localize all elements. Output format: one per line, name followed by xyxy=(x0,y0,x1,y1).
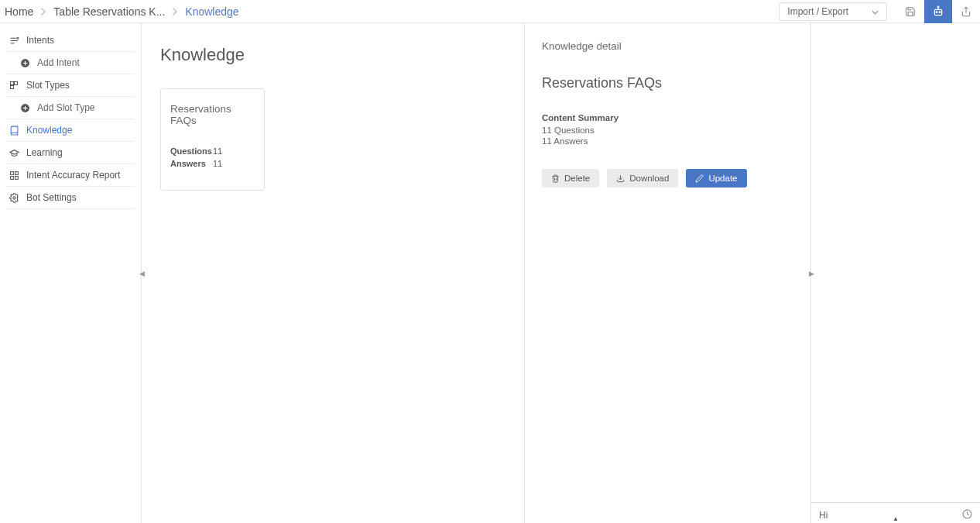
chat-test-pane: ▲ xyxy=(811,23,980,523)
svg-point-2 xyxy=(939,11,941,12)
sidebar-item-label: Add Slot Type xyxy=(37,102,95,113)
svg-point-1 xyxy=(936,11,937,12)
gear-icon xyxy=(9,193,22,203)
svg-rect-21 xyxy=(15,176,19,179)
svg-rect-14 xyxy=(15,82,18,85)
import-export-label: Import / Export xyxy=(787,6,848,17)
svg-rect-15 xyxy=(11,86,14,89)
sidebar-item-label: Knowledge xyxy=(26,125,72,136)
report-icon xyxy=(9,170,22,181)
chevron-right-icon xyxy=(172,8,178,15)
update-button-label: Update xyxy=(708,174,737,183)
slot-types-icon xyxy=(9,81,22,90)
sidebar-item-label: Intent Accuracy Report xyxy=(26,170,120,181)
breadcrumb-current: Knowledge xyxy=(185,5,238,18)
detail-subtitle: Knowledge detail xyxy=(542,40,793,52)
svg-point-4 xyxy=(937,6,939,8)
download-icon xyxy=(616,174,625,183)
svg-rect-22 xyxy=(11,176,14,179)
history-icon-button[interactable] xyxy=(962,509,972,521)
breadcrumb-project[interactable]: Table Reservations K... xyxy=(53,5,165,18)
chat-messages-area xyxy=(811,23,980,502)
breadcrumb-home[interactable]: Home xyxy=(5,5,33,18)
sidebar-item-label: Intents xyxy=(26,35,54,46)
import-export-dropdown[interactable]: Import / Export xyxy=(779,2,887,21)
knowledge-detail-pane: Knowledge detail Reservations FAQs Conte… xyxy=(525,23,811,523)
robot-icon xyxy=(932,5,944,18)
svg-point-23 xyxy=(13,196,15,198)
card-answers-label: Answers xyxy=(170,159,213,168)
sidebar-item-intents[interactable]: Intents xyxy=(6,29,135,52)
sidebar-item-add-intent[interactable]: Add Intent xyxy=(6,52,135,74)
knowledge-card-title: Reservations FAQs xyxy=(170,103,255,126)
download-button-label: Download xyxy=(629,174,669,183)
sidebar-item-knowledge[interactable]: Knowledge xyxy=(6,119,135,142)
sidebar-item-slot-types[interactable]: Slot Types xyxy=(6,74,135,97)
share-icon xyxy=(961,6,971,17)
sidebar: Intents Add Intent Slot Types Add Slot T… xyxy=(0,23,142,523)
delete-button-label: Delete xyxy=(564,174,590,183)
page-title: Knowledge xyxy=(160,45,505,65)
svg-point-9 xyxy=(17,37,19,39)
download-button[interactable]: Download xyxy=(607,169,678,188)
sidebar-item-intent-accuracy[interactable]: Intent Accuracy Report xyxy=(6,164,135,187)
svg-rect-20 xyxy=(15,171,19,174)
plus-circle-icon xyxy=(20,103,33,113)
trash-icon xyxy=(551,174,560,183)
plus-circle-icon xyxy=(20,58,33,68)
svg-rect-19 xyxy=(11,171,14,174)
sidebar-item-label: Learning xyxy=(26,147,63,158)
breadcrumb: Home Table Reservations K... Knowledge xyxy=(5,5,239,18)
detail-title: Reservations FAQs xyxy=(542,75,793,91)
sidebar-item-label: Add Intent xyxy=(37,57,80,68)
knowledge-card[interactable]: Reservations FAQs Questions 11 Answers 1… xyxy=(160,88,265,191)
chevron-down-icon xyxy=(872,6,879,17)
knowledge-list-pane: Knowledge Reservations FAQs Questions 11… xyxy=(142,23,525,523)
collapse-sidebar-handle[interactable]: ◀ xyxy=(139,267,145,280)
sidebar-item-add-slot-type[interactable]: Add Slot Type xyxy=(6,97,135,119)
svg-rect-13 xyxy=(11,82,14,85)
sidebar-item-bot-settings[interactable]: Bot Settings xyxy=(6,187,135,209)
intents-icon xyxy=(9,36,22,46)
delete-button[interactable]: Delete xyxy=(542,169,599,188)
content-summary-heading: Content Summary xyxy=(542,113,793,122)
save-icon-button[interactable] xyxy=(896,0,924,23)
sidebar-item-learning[interactable]: Learning xyxy=(6,142,135,164)
chevron-right-icon xyxy=(40,8,46,15)
chat-input[interactable] xyxy=(819,510,962,521)
sidebar-item-label: Bot Settings xyxy=(26,192,77,203)
update-button[interactable]: Update xyxy=(686,169,746,188)
card-questions-label: Questions xyxy=(170,146,213,156)
caret-up-icon: ▲ xyxy=(893,515,899,522)
card-answers-value: 11 xyxy=(213,159,222,168)
summary-answers: 11 Answers xyxy=(542,136,793,146)
sidebar-item-label: Slot Types xyxy=(26,80,70,91)
save-icon xyxy=(905,6,916,17)
share-icon-button[interactable] xyxy=(952,0,980,23)
book-icon xyxy=(9,126,22,136)
pencil-icon xyxy=(695,174,704,183)
graduation-cap-icon xyxy=(9,148,22,158)
collapse-detail-handle[interactable]: ▶ xyxy=(808,267,814,280)
clock-icon xyxy=(962,509,972,519)
test-bot-icon-button[interactable] xyxy=(924,0,952,23)
summary-questions: 11 Questions xyxy=(542,126,793,135)
card-questions-value: 11 xyxy=(213,146,222,156)
